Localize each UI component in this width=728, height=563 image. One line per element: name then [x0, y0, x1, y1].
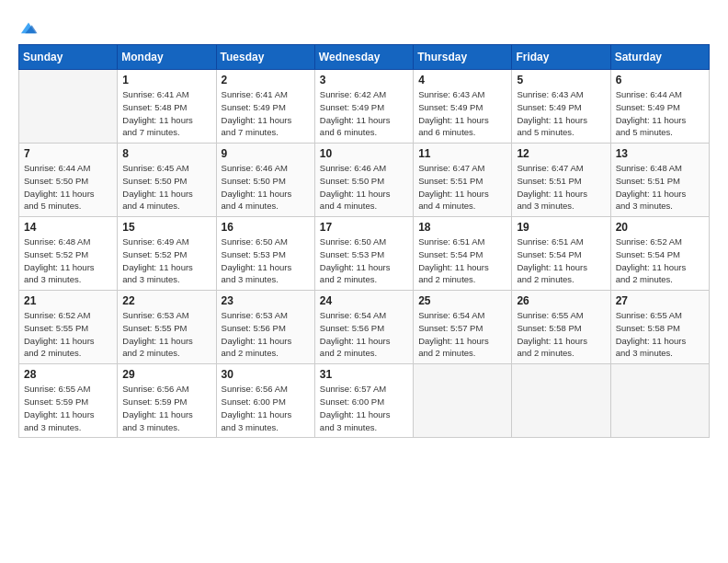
logo: [18, 17, 42, 39]
calendar-table: SundayMondayTuesdayWednesdayThursdayFrid…: [18, 44, 710, 438]
day-info: Sunrise: 6:50 AM Sunset: 5:53 PM Dayligh…: [222, 236, 310, 286]
day-cell: 7Sunrise: 6:44 AM Sunset: 5:50 PM Daylig…: [19, 144, 118, 217]
day-cell: 11Sunrise: 6:47 AM Sunset: 5:51 PM Dayli…: [414, 144, 512, 217]
day-info: Sunrise: 6:57 AM Sunset: 6:00 PM Dayligh…: [320, 383, 408, 433]
day-number: 3: [320, 74, 408, 86]
day-info: Sunrise: 6:46 AM Sunset: 5:50 PM Dayligh…: [222, 162, 310, 213]
day-number: 18: [418, 221, 506, 234]
day-number: 12: [517, 147, 605, 160]
day-cell: 28Sunrise: 6:55 AM Sunset: 5:59 PM Dayli…: [19, 364, 118, 438]
day-number: 22: [122, 294, 210, 307]
day-cell: 9Sunrise: 6:46 AM Sunset: 5:50 PM Daylig…: [216, 144, 314, 217]
day-number: 10: [320, 147, 408, 160]
day-cell: 20Sunrise: 6:52 AM Sunset: 5:54 PM Dayli…: [610, 217, 709, 291]
day-number: 8: [122, 147, 210, 160]
day-info: Sunrise: 6:44 AM Sunset: 5:50 PM Dayligh…: [24, 162, 112, 213]
day-cell: 27Sunrise: 6:55 AM Sunset: 5:58 PM Dayli…: [610, 291, 709, 364]
day-cell: 5Sunrise: 6:43 AM Sunset: 5:49 PM Daylig…: [512, 70, 610, 144]
day-number: 6: [616, 74, 704, 86]
day-number: 16: [222, 221, 310, 234]
day-info: Sunrise: 6:50 AM Sunset: 5:53 PM Dayligh…: [320, 236, 408, 286]
day-cell: 14Sunrise: 6:48 AM Sunset: 5:52 PM Dayli…: [19, 217, 118, 291]
day-cell: [19, 70, 118, 144]
day-number: 7: [24, 147, 112, 160]
week-row-1: 1Sunrise: 6:41 AM Sunset: 5:48 PM Daylig…: [19, 70, 710, 144]
day-cell: [414, 364, 512, 438]
day-number: 2: [222, 74, 310, 86]
header-cell-tuesday: Tuesday: [216, 45, 314, 70]
day-cell: 15Sunrise: 6:49 AM Sunset: 5:52 PM Dayli…: [118, 217, 216, 291]
day-cell: 31Sunrise: 6:57 AM Sunset: 6:00 PM Dayli…: [314, 364, 413, 438]
day-info: Sunrise: 6:53 AM Sunset: 5:56 PM Dayligh…: [222, 309, 310, 360]
day-number: 9: [222, 147, 310, 160]
day-number: 31: [320, 368, 408, 381]
day-info: Sunrise: 6:52 AM Sunset: 5:55 PM Dayligh…: [24, 309, 112, 360]
day-cell: 6Sunrise: 6:44 AM Sunset: 5:49 PM Daylig…: [610, 70, 709, 144]
day-number: 24: [320, 294, 408, 307]
day-info: Sunrise: 6:48 AM Sunset: 5:52 PM Dayligh…: [24, 236, 112, 286]
day-cell: 25Sunrise: 6:54 AM Sunset: 5:57 PM Dayli…: [414, 291, 512, 364]
day-info: Sunrise: 6:49 AM Sunset: 5:52 PM Dayligh…: [122, 236, 210, 286]
page: SundayMondayTuesdayWednesdayThursdayFrid…: [0, 0, 728, 563]
header: [18, 17, 710, 39]
day-info: Sunrise: 6:43 AM Sunset: 5:49 PM Dayligh…: [517, 88, 605, 139]
day-info: Sunrise: 6:51 AM Sunset: 5:54 PM Dayligh…: [418, 236, 506, 286]
day-info: Sunrise: 6:47 AM Sunset: 5:51 PM Dayligh…: [418, 162, 506, 213]
day-cell: 12Sunrise: 6:47 AM Sunset: 5:51 PM Dayli…: [512, 144, 610, 217]
day-cell: [610, 364, 709, 438]
header-row: SundayMondayTuesdayWednesdayThursdayFrid…: [19, 45, 710, 70]
day-cell: 10Sunrise: 6:46 AM Sunset: 5:50 PM Dayli…: [314, 144, 413, 217]
header-cell-monday: Monday: [118, 45, 216, 70]
day-info: Sunrise: 6:43 AM Sunset: 5:49 PM Dayligh…: [418, 88, 506, 139]
day-cell: 18Sunrise: 6:51 AM Sunset: 5:54 PM Dayli…: [414, 217, 512, 291]
header-cell-thursday: Thursday: [414, 45, 512, 70]
day-cell: 1Sunrise: 6:41 AM Sunset: 5:48 PM Daylig…: [118, 70, 216, 144]
day-info: Sunrise: 6:47 AM Sunset: 5:51 PM Dayligh…: [517, 162, 605, 213]
day-cell: 3Sunrise: 6:42 AM Sunset: 5:49 PM Daylig…: [314, 70, 413, 144]
day-number: 13: [616, 147, 704, 160]
week-row-2: 7Sunrise: 6:44 AM Sunset: 5:50 PM Daylig…: [19, 144, 710, 217]
day-cell: 13Sunrise: 6:48 AM Sunset: 5:51 PM Dayli…: [610, 144, 709, 217]
day-info: Sunrise: 6:48 AM Sunset: 5:51 PM Dayligh…: [616, 162, 704, 213]
header-cell-saturday: Saturday: [610, 45, 709, 70]
day-cell: 21Sunrise: 6:52 AM Sunset: 5:55 PM Dayli…: [19, 291, 118, 364]
day-info: Sunrise: 6:46 AM Sunset: 5:50 PM Dayligh…: [320, 162, 408, 213]
day-number: 25: [418, 294, 506, 307]
day-cell: 29Sunrise: 6:56 AM Sunset: 5:59 PM Dayli…: [118, 364, 216, 438]
day-info: Sunrise: 6:45 AM Sunset: 5:50 PM Dayligh…: [122, 162, 210, 213]
day-cell: 2Sunrise: 6:41 AM Sunset: 5:49 PM Daylig…: [216, 70, 314, 144]
day-number: 20: [616, 221, 704, 234]
day-number: 1: [122, 74, 210, 86]
day-number: 21: [24, 294, 112, 307]
day-number: 5: [517, 74, 605, 86]
week-row-4: 21Sunrise: 6:52 AM Sunset: 5:55 PM Dayli…: [19, 291, 710, 364]
day-cell: 24Sunrise: 6:54 AM Sunset: 5:56 PM Dayli…: [314, 291, 413, 364]
day-cell: 23Sunrise: 6:53 AM Sunset: 5:56 PM Dayli…: [216, 291, 314, 364]
day-cell: 17Sunrise: 6:50 AM Sunset: 5:53 PM Dayli…: [314, 217, 413, 291]
header-cell-sunday: Sunday: [19, 45, 118, 70]
day-number: 26: [517, 294, 605, 307]
day-number: 30: [222, 368, 310, 381]
day-cell: [512, 364, 610, 438]
day-cell: 4Sunrise: 6:43 AM Sunset: 5:49 PM Daylig…: [414, 70, 512, 144]
day-number: 14: [24, 221, 112, 234]
day-info: Sunrise: 6:55 AM Sunset: 5:59 PM Dayligh…: [24, 383, 112, 433]
day-info: Sunrise: 6:51 AM Sunset: 5:54 PM Dayligh…: [517, 236, 605, 286]
day-info: Sunrise: 6:52 AM Sunset: 5:54 PM Dayligh…: [616, 236, 704, 286]
day-info: Sunrise: 6:41 AM Sunset: 5:48 PM Dayligh…: [122, 88, 210, 139]
header-cell-wednesday: Wednesday: [314, 45, 413, 70]
day-cell: 16Sunrise: 6:50 AM Sunset: 5:53 PM Dayli…: [216, 217, 314, 291]
day-cell: 26Sunrise: 6:55 AM Sunset: 5:58 PM Dayli…: [512, 291, 610, 364]
day-info: Sunrise: 6:44 AM Sunset: 5:49 PM Dayligh…: [616, 88, 704, 139]
day-number: 17: [320, 221, 408, 234]
day-info: Sunrise: 6:56 AM Sunset: 6:00 PM Dayligh…: [222, 383, 310, 433]
week-row-5: 28Sunrise: 6:55 AM Sunset: 5:59 PM Dayli…: [19, 364, 710, 438]
day-cell: 8Sunrise: 6:45 AM Sunset: 5:50 PM Daylig…: [118, 144, 216, 217]
day-number: 23: [222, 294, 310, 307]
day-info: Sunrise: 6:42 AM Sunset: 5:49 PM Dayligh…: [320, 88, 408, 139]
day-number: 28: [24, 368, 112, 381]
week-row-3: 14Sunrise: 6:48 AM Sunset: 5:52 PM Dayli…: [19, 217, 710, 291]
day-cell: 19Sunrise: 6:51 AM Sunset: 5:54 PM Dayli…: [512, 217, 610, 291]
logo-icon: [18, 18, 39, 39]
day-number: 27: [616, 294, 704, 307]
